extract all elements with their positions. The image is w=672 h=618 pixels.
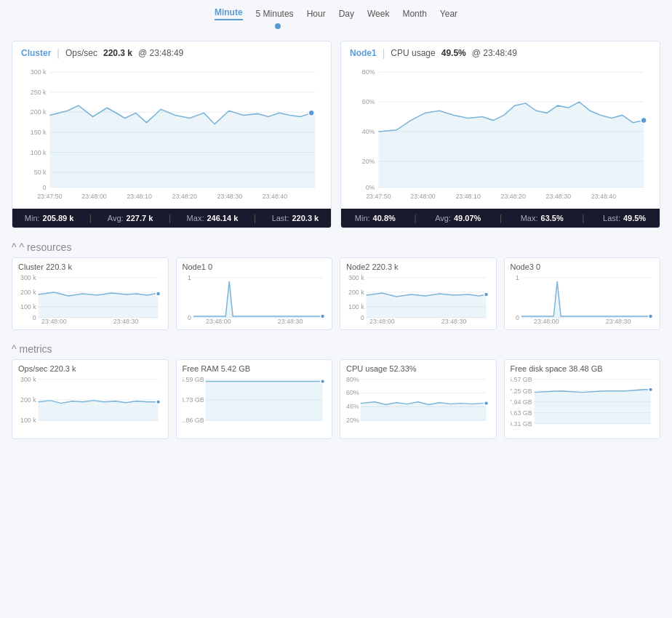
metric-opssec-card: Ops/sec 220.3 k 300 k 200 k 100 k xyxy=(12,359,169,439)
svg-point-64 xyxy=(484,292,489,297)
resource-cluster-title: Cluster 220.3 k xyxy=(18,262,162,271)
svg-text:23:48:00: 23:48:00 xyxy=(410,193,435,200)
svg-text:23:48:30: 23:48:30 xyxy=(546,193,571,200)
svg-point-107 xyxy=(648,388,652,392)
cluster-title: Cluster xyxy=(21,48,51,58)
svg-text:80%: 80% xyxy=(346,376,359,382)
main-charts-row: Cluster | Ops/sec 220.3 k @ 23:48:49 300… xyxy=(0,35,672,234)
svg-text:23:48:30: 23:48:30 xyxy=(113,318,139,325)
svg-text:5.59 GB: 5.59 GB xyxy=(183,376,204,382)
resources-label: ^ resources xyxy=(19,241,71,253)
cluster-min-label: Min: xyxy=(25,214,40,222)
time-dot-indicator xyxy=(275,23,281,29)
svg-text:23:48:40: 23:48:40 xyxy=(591,193,616,200)
svg-text:23:47:50: 23:47:50 xyxy=(37,193,62,200)
svg-text:0: 0 xyxy=(33,314,36,321)
metric-ram-svg: 5.59 GB 3.73 GB 1.86 GB xyxy=(183,376,327,434)
node1-chart-card: Node1 | CPU usage 49.5% @ 23:48:49 80% 6… xyxy=(340,41,660,228)
resource-node3-title: Node3 0 xyxy=(511,262,655,271)
node1-stat-last: Last: 49.5% xyxy=(603,213,646,223)
time-option-year[interactable]: Year xyxy=(440,9,457,19)
time-option-5min[interactable]: 5 Minutes xyxy=(256,9,294,19)
svg-text:300 k: 300 k xyxy=(20,376,36,382)
time-option-day[interactable]: Day xyxy=(339,9,354,19)
metrics-label: metrics xyxy=(19,343,52,355)
resource-cluster-chart: 300 k 200 k 100 k 0 23:48:00 23:48:30 xyxy=(18,274,162,325)
svg-point-71 xyxy=(648,314,652,318)
svg-point-96 xyxy=(484,401,489,406)
svg-text:0: 0 xyxy=(361,314,364,321)
svg-text:27.94 GB: 27.94 GB xyxy=(511,398,532,406)
metric-cpu-chart: 80% 60% 46% 20% xyxy=(346,376,490,434)
metric-opssec-chart: 300 k 200 k 100 k xyxy=(18,376,162,434)
metric-opssec-svg: 300 k 200 k 100 k xyxy=(18,376,162,434)
cluster-max-val: 246.14 k xyxy=(207,214,238,222)
time-option-minute[interactable]: Minute xyxy=(215,7,243,20)
svg-text:300 k: 300 k xyxy=(20,274,36,281)
svg-text:23:48:10: 23:48:10 xyxy=(127,193,151,200)
svg-text:1: 1 xyxy=(515,274,519,281)
cluster-max-label: Max: xyxy=(187,214,204,222)
node1-metric-label: CPU usage xyxy=(391,48,435,58)
svg-text:0: 0 xyxy=(187,314,191,321)
svg-text:100 k: 100 k xyxy=(20,417,36,424)
metric-cpu-card: CPU usage 52.33% 80% 60% 46% 20% xyxy=(340,359,497,439)
node1-svg: 80% 60% 40% 20% 0% 23:47:50 23:48:00 23:… xyxy=(350,65,651,206)
cluster-value: 220.3 k xyxy=(103,48,132,58)
svg-text:9.31 GB: 9.31 GB xyxy=(511,420,532,428)
svg-text:23:48:00: 23:48:00 xyxy=(369,318,395,325)
metric-cpu-title: CPU usage 52.33% xyxy=(346,364,490,373)
svg-text:60%: 60% xyxy=(346,390,359,397)
cluster-stat-max: Max: 246.14 k xyxy=(187,213,239,223)
resources-section-header: ^ ^ resources xyxy=(0,234,672,257)
metric-ram-card: Free RAM 5.42 GB 5.59 GB 3.73 GB 1.86 GB xyxy=(176,359,333,439)
svg-text:23:48:30: 23:48:30 xyxy=(605,318,631,325)
svg-text:23:48:20: 23:48:20 xyxy=(172,193,196,200)
cluster-stat-last: Last: 220.3 k xyxy=(272,213,319,223)
svg-text:18.63 GB: 18.63 GB xyxy=(511,409,532,417)
metrics-charts-row: Ops/sec 220.3 k 300 k 200 k 100 k Free R… xyxy=(0,359,672,445)
svg-text:20%: 20% xyxy=(362,158,375,165)
resource-cluster-svg: 300 k 200 k 100 k 0 23:48:00 23:48:30 xyxy=(18,274,162,325)
svg-text:80%: 80% xyxy=(362,68,375,76)
svg-text:37.25 GB: 37.25 GB xyxy=(511,388,532,395)
metric-disk-card: Free disk space 38.48 GB 46.57 GB 37.25 … xyxy=(504,359,661,439)
cluster-metric-label: Ops/sec xyxy=(65,48,97,58)
time-option-week[interactable]: Week xyxy=(367,9,389,19)
svg-text:60%: 60% xyxy=(362,98,375,105)
node1-stats: Min: 40.8% | Avg: 49.07% | Max: 63.5% | … xyxy=(341,209,660,228)
metric-disk-title: Free disk space 38.48 GB xyxy=(511,364,655,373)
svg-text:23:48:40: 23:48:40 xyxy=(263,193,287,200)
cluster-avg-val: 227.7 k xyxy=(127,214,153,222)
svg-text:46.57 GB: 46.57 GB xyxy=(511,376,532,382)
cluster-svg: 300 k 250 k 200 k 150 k 100 k 50 k 0 23:… xyxy=(21,65,322,206)
time-option-hour[interactable]: Hour xyxy=(307,9,326,19)
cluster-stat-avg: Avg: 227.7 k xyxy=(108,213,153,223)
svg-text:100 k: 100 k xyxy=(31,148,47,156)
svg-text:200 k: 200 k xyxy=(20,289,36,296)
node1-min-label: Min: xyxy=(355,214,370,222)
resources-caret: ^ xyxy=(12,241,17,253)
metric-disk-chart: 46.57 GB 37.25 GB 27.94 GB 18.63 GB 9.31… xyxy=(511,376,655,434)
resource-node1-title: Node1 0 xyxy=(183,262,327,271)
resource-node2-card: Node2 220.3 k 300 k 200 k 100 k 0 23:48:… xyxy=(340,257,497,330)
svg-text:200 k: 200 k xyxy=(31,108,47,116)
svg-text:250 k: 250 k xyxy=(31,89,47,96)
svg-text:23:48:30: 23:48:30 xyxy=(441,318,467,325)
node1-max-val: 63.5% xyxy=(541,214,564,222)
node1-last-val: 49.5% xyxy=(623,214,646,222)
svg-text:0: 0 xyxy=(515,314,519,321)
svg-text:0: 0 xyxy=(43,183,47,190)
time-indicator xyxy=(0,23,672,35)
svg-text:300 k: 300 k xyxy=(348,274,364,281)
node1-max-label: Max: xyxy=(521,214,538,222)
cluster-chart-card: Cluster | Ops/sec 220.3 k @ 23:48:49 300… xyxy=(12,41,332,228)
svg-text:200 k: 200 k xyxy=(20,396,36,404)
time-option-month[interactable]: Month xyxy=(402,9,426,19)
svg-text:200 k: 200 k xyxy=(348,289,364,296)
resource-node3-svg: 1 0 23:48:00 23:48:30 xyxy=(511,274,655,325)
cluster-min-val: 205.89 k xyxy=(43,214,74,222)
svg-text:100 k: 100 k xyxy=(348,303,364,310)
svg-text:0%: 0% xyxy=(366,183,375,190)
metric-disk-svg: 46.57 GB 37.25 GB 27.94 GB 18.63 GB 9.31… xyxy=(511,376,655,434)
